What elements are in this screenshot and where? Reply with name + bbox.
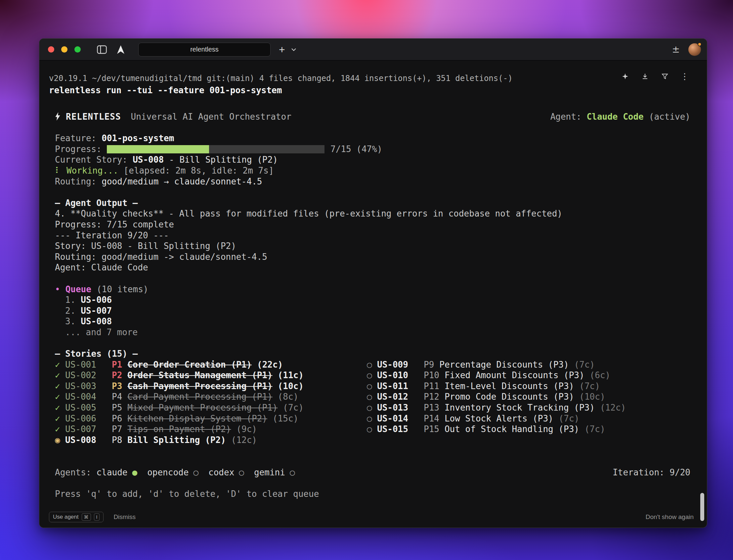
block-actions: ⋮ [622, 72, 688, 80]
story-row: ✓US-007P7Tips on Payment (P2)(9c) [55, 424, 367, 435]
agent-output-line: --- Iteration 9/20 --- [55, 230, 690, 241]
feature-line: Feature:001-pos-system [55, 133, 690, 144]
story-pending-icon: ○ [367, 413, 377, 424]
agent-idle-icon: ○ [290, 467, 295, 477]
desktop-background: relentless + ± v20.19.1 ~/dev/tumenudigi… [0, 0, 733, 560]
story-done-icon: ✓ [55, 402, 65, 413]
shell-prompt: v20.19.1 ~/dev/tumenudigital/tmd git:(ma… [49, 73, 694, 83]
story-row: ✓US-001P1Core Order Creation (P1)(22c) [55, 359, 367, 370]
bottom-bar: Use agent ⌘ I Dismiss Don't show again [39, 508, 707, 528]
queue-bullet-icon: • [55, 284, 60, 294]
tab-relentless[interactable]: relentless [138, 43, 270, 57]
plus-minus-icon[interactable]: ± [672, 44, 680, 55]
story-done-icon: ✓ [55, 413, 65, 424]
current-story-id: US-008 [133, 155, 164, 165]
sidebar-toggle-icon[interactable] [97, 45, 107, 54]
agent-output-line: Progress: 7/15 complete [55, 219, 690, 230]
queue-item: 3.US-008 [55, 316, 690, 327]
story-row: ✓US-002P2Order Status Management (P1)(11… [55, 370, 367, 381]
story-row: ○US-011P11Item-Level Discounts (P3)(7c) [367, 381, 690, 392]
story-pending-icon: ○ [367, 424, 377, 435]
queue-item: 2.US-007 [55, 305, 690, 316]
iteration-counter: Iteration: 9/20 [613, 467, 690, 478]
notification-dot [698, 42, 702, 46]
queue-item: 1.US-006 [55, 295, 690, 305]
story-pending-icon: ○ [367, 381, 377, 392]
close-button[interactable] [48, 46, 54, 53]
story-done-icon: ✓ [55, 424, 65, 435]
feature-value: 001-pos-system [102, 133, 174, 143]
routing-line: Routing:good/medium → claude/sonnet-4.5 [55, 176, 690, 187]
story-current-icon: ◉ [55, 435, 65, 446]
cmd-key-icon: ⌘ [82, 513, 91, 521]
tui-output: RELENTLESSUniversal AI Agent Orchestrato… [39, 111, 707, 508]
stories-title: — Stories (15) — [55, 348, 690, 359]
agent-output-line: 4. **Quality checks** - All pass for mod… [55, 208, 690, 219]
use-agent-button[interactable]: Use agent ⌘ I [49, 512, 103, 522]
command-block-header: v20.19.1 ~/dev/tumenudigital/tmd git:(ma… [39, 60, 707, 111]
command-text: relentless run --tui --feature 001-pos-s… [49, 85, 694, 95]
app-subtitle: Universal AI Agent Orchestrator [131, 112, 291, 122]
queue-header: •Queue(10 items) [55, 284, 690, 295]
tui-header: RELENTLESSUniversal AI Agent Orchestrato… [55, 111, 690, 122]
story-pending-icon: ○ [367, 402, 377, 413]
current-story-line: Current Story:US-008- Bill Splitting (P2… [55, 154, 690, 165]
story-done-icon: ✓ [55, 391, 65, 402]
agent-idle-icon: ○ [239, 467, 244, 477]
agent-output-title: — Agent Output — [55, 198, 690, 209]
new-tab-button[interactable]: + [279, 45, 285, 55]
spinner-icon: ⠇ [55, 166, 61, 176]
story-row: ○US-009P9Percentage Discounts (P3)(7c) [367, 359, 690, 370]
agent-output-line: Routing: good/medium -> claude/sonnet-4.… [55, 252, 690, 262]
minimize-button[interactable] [61, 46, 67, 53]
filter-icon[interactable] [661, 72, 669, 80]
traffic-lights [48, 46, 81, 53]
story-row: ○US-014P14Low Stock Alerts (P3)(7c) [367, 413, 690, 424]
stories-list: ✓US-001P1Core Order Creation (P1)(22c) ✓… [55, 359, 690, 446]
help-text: Press 'q' to add, 'd' to delete, 'D' to … [55, 489, 690, 500]
story-row: ✓US-004P4Card Payment Processing (P1)(8c… [55, 391, 367, 402]
stories-column-right: ○US-009P9Percentage Discounts (P3)(7c) ○… [367, 359, 690, 446]
i-key-icon: I [94, 513, 100, 521]
zoom-button[interactable] [74, 46, 81, 53]
lightning-icon [55, 113, 61, 123]
story-row: ○US-012P12Promo Code Discounts (P3)(10c) [367, 391, 690, 402]
story-row: ✓US-003P3Cash Payment Processing (P1)(10… [55, 381, 367, 392]
stories-column-left: ✓US-001P1Core Order Creation (P1)(22c) ✓… [55, 359, 367, 446]
agent-active-icon: ● [132, 467, 138, 477]
agent-output-line: Agent: Claude Code [55, 262, 690, 273]
chevron-down-icon[interactable] [291, 48, 296, 51]
dont-show-again-button[interactable]: Don't show again [646, 513, 694, 521]
progress-bar [107, 145, 324, 153]
story-row: ✓US-006P6Kitchen Display System (P2)(15c… [55, 413, 367, 424]
agents-line: Agents:claude●opencode○codex○gemini○ Ite… [55, 467, 690, 478]
story-row-current: ◉US-008P8Bill Splitting (P2)(12c) [55, 435, 367, 446]
progress-text: 7/15 (47%) [330, 144, 383, 154]
progress-line: Progress:7/15 (47%) [55, 144, 690, 155]
bookmark-sparkle-icon[interactable] [622, 72, 629, 80]
story-pending-icon: ○ [367, 391, 377, 402]
story-done-icon: ✓ [55, 359, 65, 370]
story-row: ✓US-005P5Mixed Payment Processing (P1)(7… [55, 402, 367, 413]
story-pending-icon: ○ [367, 370, 377, 381]
story-done-icon: ✓ [55, 370, 65, 381]
download-icon[interactable] [641, 72, 649, 80]
story-row: ○US-013P13Inventory Stock Tracking (P3)(… [367, 402, 690, 413]
agent-status: Agent:Claude Code(active) [550, 111, 690, 122]
queue-more: ... and 7 more [55, 327, 690, 338]
app-title: RELENTLESS [66, 112, 121, 122]
agent-output-line: Story: US-008 - Bill Splitting (P2) [55, 241, 690, 252]
dismiss-button[interactable]: Dismiss [113, 513, 136, 521]
scrollbar-thumb[interactable] [700, 493, 704, 521]
avatar[interactable] [688, 43, 701, 56]
window-titlebar: relentless + ± [39, 39, 707, 60]
working-line: ⠇Working...[elapsed: 2m 8s, idle: 2m 7s] [55, 165, 690, 176]
story-done-icon: ✓ [55, 381, 65, 392]
agent-name: Claude Code [587, 112, 644, 122]
progress-fill [107, 145, 209, 153]
story-row: ○US-015P15Out of Stock Handling (P3)(7c) [367, 424, 690, 435]
app-logo-icon [117, 45, 125, 54]
story-row: ○US-010P10Fixed Amount Discounts (P3)(6c… [367, 370, 690, 381]
more-options-icon[interactable]: ⋮ [681, 72, 688, 80]
tab-title: relentless [190, 46, 219, 53]
